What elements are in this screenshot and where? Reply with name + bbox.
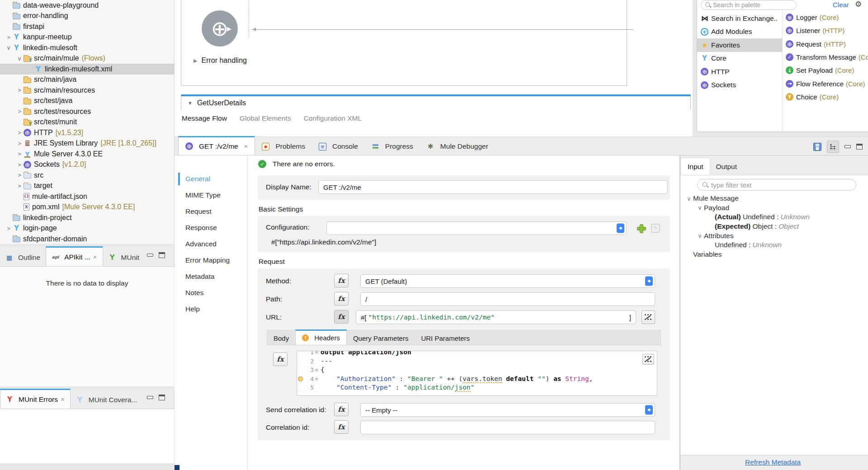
tree-item[interactable]: > login-page [0, 223, 174, 234]
expander-icon[interactable]: > [15, 140, 24, 147]
select-stepper-icon[interactable] [617, 224, 624, 233]
expander-icon[interactable]: ∨ [5, 44, 13, 51]
datasense-filter[interactable] [697, 179, 856, 191]
expander-icon[interactable]: > [5, 34, 13, 41]
view-tab[interactable]: MUnit Covera... [71, 391, 143, 409]
fx-button-path[interactable]: fx [334, 292, 349, 306]
editor-view-tab[interactable]: Console [312, 138, 365, 155]
palette-component[interactable]: Listener (HTTP) [786, 24, 868, 37]
tree-item[interactable]: mule-artifact.json [0, 191, 174, 202]
datasense-filter-input[interactable] [711, 181, 851, 189]
palette-group[interactable]: Favorites [697, 38, 782, 52]
palette-component[interactable]: Transform Message (Core) [786, 51, 868, 64]
refresh-metadata-link[interactable]: Refresh Metadata [745, 458, 801, 466]
request-subtab[interactable]: Headers [295, 329, 347, 345]
expander-icon[interactable]: > [15, 150, 24, 157]
tree-item[interactable]: > kanpur-meetup [0, 32, 174, 43]
send-correlation-select[interactable]: -- Empty -- [360, 403, 655, 417]
configuration-select[interactable] [326, 221, 627, 235]
palette-group[interactable]: Add Modules [697, 25, 782, 39]
flow-canvas[interactable]: ⊕ accessToken ▶ Error handling ▼ GetUser… [175, 0, 693, 136]
metadata-tree-row[interactable]: (Expected) Object : Object [680, 222, 868, 231]
expander-icon[interactable]: > [5, 225, 13, 232]
properties-nav-item[interactable]: Error Mapping [182, 252, 245, 268]
path-input[interactable] [360, 292, 655, 306]
correlation-input[interactable] [360, 421, 655, 434]
fx-button-url[interactable]: fx [334, 310, 349, 324]
minimize-icon[interactable] [147, 254, 153, 257]
palette-group[interactable]: Core [697, 52, 782, 66]
expander-icon[interactable]: ∨ [696, 232, 704, 239]
fx-button-method[interactable]: fx [334, 274, 349, 287]
fold-icon[interactable]: ⊖ [314, 351, 320, 357]
expander-icon[interactable]: ∨ [685, 195, 693, 202]
fx-button-correlation[interactable]: fx [334, 420, 349, 434]
url-input[interactable]: #[ "https://api.linkedin.com/v2/me" ] [356, 310, 636, 324]
tree-item[interactable]: > src/main/resources [0, 85, 174, 96]
datasense-tab[interactable]: Input [681, 159, 709, 175]
metadata-tree-row[interactable]: Undefined : Unknown [680, 240, 868, 250]
maximize-icon[interactable] [159, 252, 165, 258]
properties-nav-item[interactable]: Help [182, 301, 245, 317]
collapsed-triangle-icon[interactable]: ▶ [193, 58, 197, 64]
tree-item[interactable]: > src/test/resources [0, 106, 174, 117]
tree-item[interactable]: sfdcpanther-domain [0, 234, 174, 244]
metadata-tree-row[interactable]: Variables [680, 250, 868, 259]
tree-item[interactable]: > src [0, 170, 174, 181]
tree-item[interactable]: error-handling [0, 11, 174, 22]
properties-nav-item[interactable]: Request [182, 203, 245, 220]
flow-editor-tab[interactable]: Global Elements [240, 114, 291, 122]
palette-group[interactable]: Sockets [697, 79, 782, 92]
flow-editor-tab[interactable]: Configuration XML [304, 114, 362, 122]
minimize-icon[interactable] [147, 396, 153, 399]
palette-search-input[interactable] [713, 1, 781, 9]
display-name-input[interactable] [318, 180, 668, 194]
close-icon[interactable]: × [244, 142, 248, 150]
tree-item[interactable]: ∨ linkedin-mulesoft [0, 42, 174, 53]
minimize-icon[interactable] [844, 145, 851, 148]
request-subtab[interactable]: URI Parameters [415, 331, 476, 345]
properties-nav-item[interactable]: Response [182, 220, 245, 236]
flow-editor-tab[interactable]: Message Flow [182, 114, 227, 122]
fold-icon[interactable]: ⊖ [314, 366, 320, 375]
tree-item[interactable]: src/main/java [0, 75, 174, 85]
dataweave-expression-button[interactable] [642, 310, 655, 324]
view-tab[interactable]: APIkit ... × [46, 246, 103, 266]
headers-dataweave-editor[interactable]: 1 ⊖ output application/json 2 --- [297, 351, 657, 396]
palette-group[interactable]: HTTP [697, 65, 782, 79]
tree-item[interactable]: > JRE System Library [JRE [1.8.0_265]] [0, 138, 174, 149]
expander-icon[interactable]: ∨ [696, 204, 704, 211]
properties-nav-item[interactable]: Advanced [182, 236, 245, 252]
metadata-tree-row[interactable]: ∨ Payload [680, 203, 868, 213]
palette-component[interactable]: Request (HTTP) [786, 38, 868, 51]
flow-container[interactable]: ⊕ accessToken ▶ Error handling [181, 0, 627, 86]
tree-item[interactable]: > target [0, 181, 174, 192]
tree-item[interactable]: src/test/munit [0, 117, 174, 128]
metadata-tree-row[interactable]: ∨ Attributes [680, 231, 868, 240]
expander-icon[interactable]: > [15, 108, 24, 115]
tree-item[interactable]: > HTTP [v1.5.23] [0, 127, 174, 138]
close-icon[interactable]: × [61, 395, 65, 403]
tree-item[interactable]: linkedin-mulesoft.xml [0, 64, 174, 75]
palette-clear-button[interactable]: Clear [833, 1, 849, 9]
palette-component[interactable]: Set Payload (Core) [786, 64, 868, 77]
properties-nav-item[interactable]: Metadata [182, 268, 245, 285]
flow-getuserdetails[interactable]: ▼ GetUserDetails [181, 94, 691, 110]
editor-view-tab[interactable]: Mule Debugger [420, 138, 495, 155]
quickfix-bulb-icon[interactable] [298, 376, 303, 381]
editor-view-tab[interactable]: Progress [365, 138, 420, 155]
method-select[interactable]: GET (Default) [360, 274, 655, 288]
expander-icon[interactable]: > [15, 87, 24, 94]
tree-item[interactable]: > Mule Server 4.3.0 EE [0, 149, 174, 160]
fx-button-send-correlation[interactable]: fx [334, 403, 349, 416]
palette-group[interactable]: Search in Exchange.. [697, 12, 782, 25]
tree-item[interactable]: data-weave-playground [0, 0, 174, 11]
expander-icon[interactable]: > [15, 183, 24, 189]
add-configuration-button[interactable] [637, 224, 646, 233]
gear-icon[interactable] [854, 0, 862, 8]
select-stepper-icon[interactable] [645, 277, 653, 286]
dataweave-expression-button[interactable] [642, 354, 654, 365]
select-stepper-icon[interactable] [645, 405, 653, 415]
properties-nav-item[interactable]: General [182, 171, 245, 187]
tree-item[interactable]: firstapi [0, 21, 174, 32]
